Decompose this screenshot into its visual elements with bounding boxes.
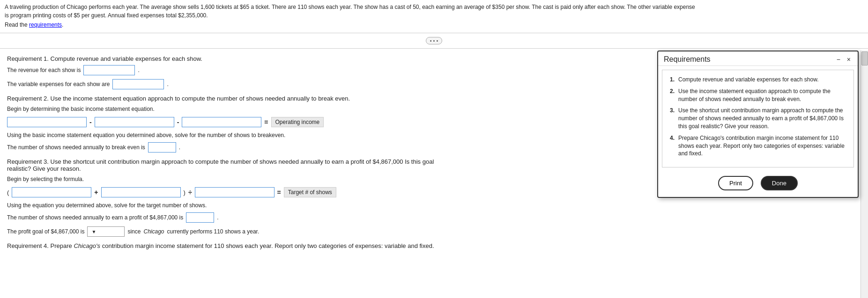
collapse-handle: • • • (0, 35, 868, 46)
req3-equation-row: ( + ) ÷ = Target # of shows (7, 187, 438, 197)
modal-item-num: 3. (670, 107, 676, 130)
eq3-divide: ÷ (188, 189, 192, 196)
modal-controls: − × (835, 56, 852, 63)
req3-heading-text: Use the shortcut unit contribution margi… (7, 158, 434, 172)
eq2-minus2: - (177, 118, 179, 126)
done-button[interactable]: Done (761, 176, 798, 190)
page-wrapper: A traveling production of Chicago perfor… (0, 0, 868, 298)
modal-item-num: 2. (670, 87, 676, 103)
divider-bottom (0, 48, 868, 49)
modal-item-text: Compute revenue and variable expenses fo… (678, 76, 819, 84)
req2-heading-bold: Requirement 2. (7, 95, 49, 102)
eq3-result-label: Target # of shows (284, 187, 336, 197)
req3-heading-bold: Requirement 3. (7, 158, 49, 165)
target-input[interactable] (186, 212, 214, 223)
eq2-input2[interactable] (95, 117, 174, 127)
divider-top (0, 33, 868, 33)
requirements-link[interactable]: requirements (29, 22, 62, 28)
modal-list-item: 3.Use the shortcut unit contribution mar… (670, 107, 846, 130)
profit-chicago: Chicago (143, 228, 164, 235)
break-even-line: The number of shows needed annually to b… (7, 142, 438, 153)
modal-item-text: Prepare Chicago's contribution margin in… (678, 134, 846, 158)
eq2-equals: = (264, 118, 268, 126)
profit-label-pre: The profit goal of $4,867,000 is (7, 228, 84, 235)
modal-item-text: Use the income statement equation approa… (678, 87, 846, 103)
period: . (62, 22, 63, 28)
revenue-period: . (138, 67, 139, 73)
req2-heading-text: Use the income statement equation approa… (49, 95, 350, 102)
dropdown-arrow-icon: ▼ (91, 229, 96, 234)
left-panel: Requirement 1. Compute revenue and varia… (0, 51, 445, 298)
modal-list-item: 2.Use the income statement equation appr… (670, 87, 846, 103)
eq3-input2[interactable] (101, 187, 181, 197)
requirements-modal: Requirements − × 1.Compute revenue and v… (657, 51, 859, 198)
requirement-1-section: Requirement 1. Compute revenue and varia… (7, 55, 438, 89)
variable-label: The variable expenses for each show are (7, 81, 110, 87)
req1-heading-text: Compute revenue and variable expenses fo… (49, 55, 202, 62)
target-period: . (217, 214, 218, 221)
req2-solve-text: Using the basic income statement equatio… (7, 131, 438, 139)
eq3-input1[interactable] (12, 187, 91, 197)
modal-titlebar: Requirements − × (658, 51, 858, 66)
req4-heading-text2: contribution margin income statement for… (100, 242, 434, 249)
modal-item-num: 4. (670, 134, 676, 158)
eq3-plus: + (94, 189, 98, 196)
revenue-input[interactable] (83, 65, 135, 75)
modal-list-item: 4.Prepare Chicago's contribution margin … (670, 134, 846, 158)
revenue-line: The revenue for each show is . (7, 65, 438, 75)
modal-footer: Print Done (658, 171, 858, 197)
scrollbar-thumb (861, 51, 868, 65)
req1-heading: Requirement 1. Compute revenue and varia… (7, 55, 438, 62)
target-line: The number of shows needed annually to e… (7, 212, 438, 223)
eq2-input3[interactable] (182, 117, 261, 127)
eq2-minus1: - (89, 118, 92, 126)
eq2-input1[interactable] (7, 117, 87, 127)
target-label: The number of shows needed annually to e… (7, 214, 183, 221)
variable-period: . (167, 81, 168, 87)
modal-title: Requirements (664, 55, 711, 64)
scrollbar[interactable] (861, 51, 868, 298)
header-main: A traveling production of Chicago perfor… (5, 4, 695, 19)
profit-goal-line: The profit goal of $4,867,000 is ▼ since… (7, 226, 438, 237)
variable-line: The variable expenses for each show are … (7, 79, 438, 89)
req3-solve-text: Using the equation you determined above,… (7, 201, 438, 210)
req3-open-paren: ( (7, 189, 9, 196)
requirement-2-section: Requirement 2. Use the income statement … (7, 95, 438, 153)
profit-label-post: currently performs 110 shows a year. (167, 228, 260, 235)
break-even-label: The number of shows needed annually to b… (7, 144, 145, 151)
modal-item-text: Use the shortcut unit contribution margi… (678, 107, 846, 130)
read-text: Read the (5, 22, 29, 28)
req1-heading-bold: Requirement 1. (7, 55, 49, 62)
req2-heading: Requirement 2. Use the income statement … (7, 95, 438, 102)
req3-begin-label: Begin by selecting the formula. (7, 175, 438, 183)
req4-heading: Requirement 4. Prepare Chicago's contrib… (7, 242, 438, 249)
main-area: Requirement 1. Compute revenue and varia… (0, 51, 868, 298)
variable-input[interactable] (112, 79, 164, 89)
modal-item-num: 1. (670, 76, 676, 84)
profit-dropdown[interactable]: ▼ (87, 226, 125, 237)
break-even-input[interactable] (148, 142, 176, 153)
profit-label-mid: since (127, 228, 141, 235)
modal-list: 1.Compute revenue and variable expenses … (670, 76, 846, 158)
req3-close-paren: ) (184, 189, 185, 196)
modal-minimize-button[interactable]: − (835, 56, 842, 63)
eq3-input3[interactable] (195, 187, 274, 197)
collapse-button[interactable]: • • • (426, 37, 443, 44)
eq2-result-label: Operating income (271, 117, 324, 127)
requirement-3-section: Requirement 3. Use the shortcut unit con… (7, 158, 438, 237)
print-button[interactable]: Print (718, 176, 753, 190)
revenue-label: The revenue for each show is (7, 67, 81, 73)
break-even-period: . (179, 144, 180, 151)
header-text: A traveling production of Chicago perfor… (0, 0, 703, 21)
read-line: Read the requirements. (0, 21, 868, 31)
req3-heading: Requirement 3. Use the shortcut unit con… (7, 158, 438, 172)
req4-chicago: Chicago's (74, 242, 100, 249)
modal-close-button[interactable]: × (846, 56, 852, 63)
modal-body: 1.Compute revenue and variable expenses … (662, 70, 854, 167)
modal-list-item: 1.Compute revenue and variable expenses … (670, 76, 846, 84)
req4-heading-bold: Requirement 4. (7, 242, 49, 249)
eq3-equals: = (277, 189, 281, 196)
req2-equation-row: - - = Operating income (7, 117, 438, 127)
requirement-4-section: Requirement 4. Prepare Chicago's contrib… (7, 242, 438, 249)
req2-begin-label: Begin by determining the basic income st… (7, 105, 438, 113)
